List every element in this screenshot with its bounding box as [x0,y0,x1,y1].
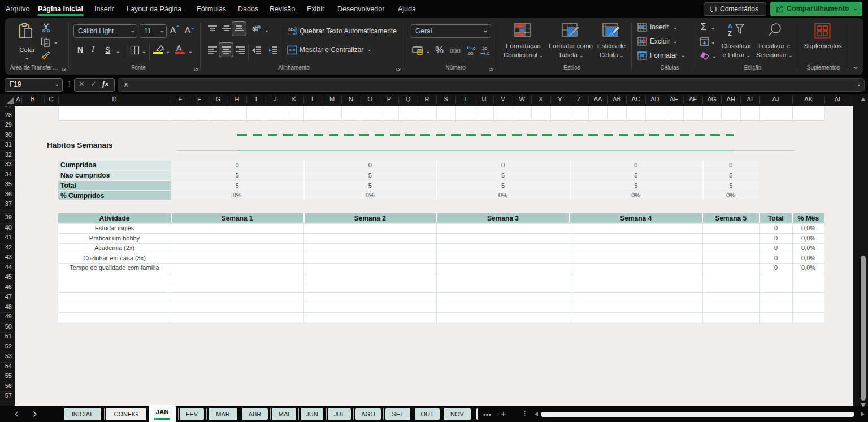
svg-text:Z: Z [728,30,732,37]
svg-text:.0: .0 [472,46,475,51]
svg-text:c: c [288,31,290,36]
svg-text:A: A [728,23,732,29]
svg-text:.00: .00 [467,51,473,56]
svg-text:.00: .00 [481,46,487,51]
svg-text:.0: .0 [486,51,489,56]
